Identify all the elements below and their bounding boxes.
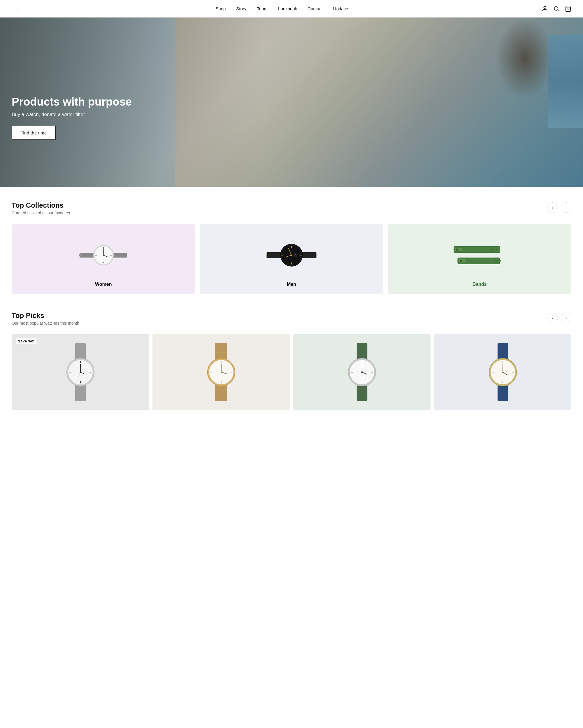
svg-point-77 [220, 371, 222, 373]
svg-point-89 [361, 371, 363, 373]
pick-card-4[interactable]: ○ [434, 334, 571, 410]
main-nav: Shop Story Team Lookbook Contact Updates [0, 0, 583, 18]
collections-grid: Women [12, 224, 571, 294]
collections-section: Top Collections Curated picks of all our… [0, 187, 583, 306]
top-picks-section: Top Picks Our most popular watches this … [0, 306, 583, 422]
nav-contact[interactable]: Contact [308, 6, 323, 11]
svg-point-101 [502, 371, 503, 373]
svg-rect-39 [459, 259, 466, 262]
svg-rect-44 [75, 343, 85, 360]
nav-story[interactable]: Story [236, 6, 246, 11]
svg-rect-32 [455, 248, 462, 251]
svg-rect-18 [301, 252, 316, 258]
hero-content: Products with purpose Buy a watch, donat… [12, 95, 132, 140]
svg-point-0 [15, 6, 20, 11]
collection-card-men[interactable]: Men [200, 224, 383, 294]
svg-rect-7 [79, 254, 83, 257]
svg-line-3 [558, 10, 559, 11]
top-picks-header: Top Picks Our most popular watches this … [12, 312, 571, 326]
svg-point-16 [103, 255, 104, 256]
save-badge-1: SAVE $42 [16, 338, 36, 344]
top-picks-title: Top Picks [12, 312, 79, 320]
svg-rect-6 [113, 253, 127, 258]
svg-rect-92 [497, 384, 508, 401]
svg-point-29 [291, 255, 293, 256]
svg-text:○: ○ [80, 367, 81, 370]
collection-label-women: Women [95, 282, 112, 287]
svg-point-42 [497, 260, 498, 261]
svg-point-35 [493, 249, 494, 250]
nav-links: Shop Story Team Lookbook Contact Updates [215, 6, 349, 11]
svg-rect-80 [357, 384, 367, 401]
collections-header: Top Collections Curated picks of all our… [12, 201, 571, 215]
hero-section: Products with purpose Buy a watch, donat… [0, 18, 583, 187]
svg-point-34 [491, 249, 492, 250]
nav-shop[interactable]: Shop [215, 6, 226, 11]
top-picks-title-group: Top Picks Our most popular watches this … [12, 312, 79, 326]
top-picks-prev-button[interactable]: ‹ [548, 313, 558, 323]
collections-carousel-nav: ‹ › [548, 202, 571, 213]
svg-text:○: ○ [220, 367, 222, 370]
top-picks-grid: SAVE $42 ○ [12, 334, 571, 410]
collections-title: Top Collections [12, 201, 70, 209]
collections-next-button[interactable]: › [561, 202, 571, 213]
account-icon [542, 5, 548, 12]
pick-card-2[interactable]: ○ [152, 334, 290, 410]
top-picks-carousel-nav: ‹ › [548, 313, 571, 323]
nav-updates[interactable]: Updates [333, 6, 350, 11]
svg-point-55 [80, 371, 81, 373]
svg-rect-79 [357, 343, 367, 360]
cart-button[interactable] [565, 5, 571, 12]
search-icon [553, 5, 560, 12]
women-watch-image [72, 236, 136, 274]
collection-card-bands[interactable]: Bands [388, 224, 571, 294]
nav-icons [542, 5, 571, 12]
svg-point-1 [544, 6, 546, 8]
bands-image [447, 236, 511, 274]
search-button[interactable] [553, 5, 560, 12]
svg-rect-17 [267, 252, 282, 258]
logo[interactable] [12, 3, 23, 15]
svg-text:○: ○ [361, 367, 362, 370]
hero-title: Products with purpose [12, 95, 132, 109]
account-button[interactable] [542, 5, 548, 12]
pick-card-1[interactable]: SAVE $42 ○ [12, 334, 149, 410]
collections-subtitle: Curated picks of all our favorites [12, 211, 70, 215]
svg-point-2 [554, 6, 558, 10]
nav-lookbook[interactable]: Lookbook [278, 6, 297, 11]
svg-rect-40 [460, 260, 462, 262]
collection-card-women[interactable]: Women [12, 224, 195, 294]
top-picks-next-button[interactable]: › [561, 313, 571, 323]
collection-label-men: Men [287, 282, 296, 287]
top-picks-subtitle: Our most popular watches this month [12, 321, 79, 326]
collection-label-bands: Bands [473, 282, 487, 287]
svg-rect-91 [497, 343, 508, 360]
svg-point-43 [500, 260, 501, 261]
svg-text:○: ○ [502, 367, 503, 370]
cart-icon [565, 5, 571, 12]
nav-team[interactable]: Team [257, 6, 268, 11]
men-watch-image [259, 236, 324, 274]
collections-title-group: Top Collections Curated picks of all our… [12, 201, 70, 215]
hero-cta-button[interactable]: Find the time [12, 126, 56, 140]
svg-rect-45 [75, 384, 85, 401]
pick-card-3[interactable]: ○ [293, 334, 431, 410]
svg-point-36 [496, 249, 497, 250]
svg-rect-33 [456, 249, 458, 251]
hero-subtitle: Buy a watch, donate a water filter [12, 112, 132, 118]
collections-prev-button[interactable]: ‹ [548, 202, 558, 213]
svg-point-41 [494, 260, 496, 261]
